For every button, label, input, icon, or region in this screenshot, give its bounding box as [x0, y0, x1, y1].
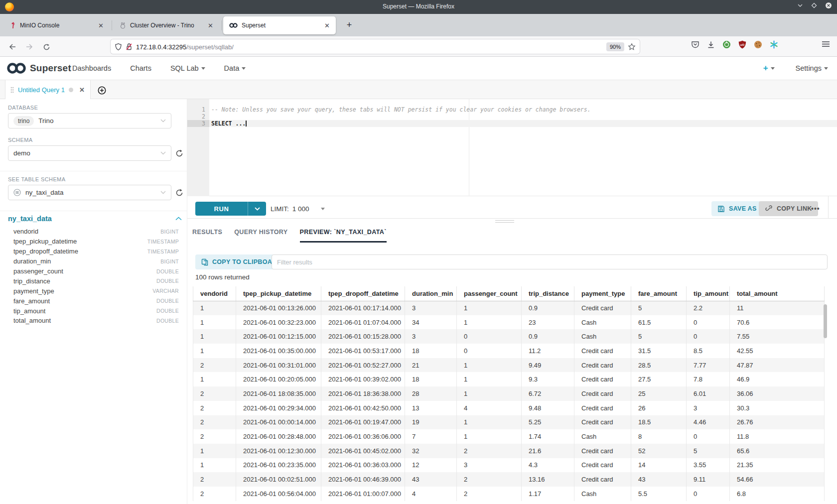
- column-name: trip_distance: [13, 277, 50, 285]
- table-cell: 28: [405, 386, 457, 401]
- table-scrollbar-thumb[interactable]: [824, 304, 827, 338]
- table-cell: 30.3: [730, 401, 825, 415]
- refresh-schema-icon[interactable]: [175, 149, 184, 158]
- drag-handle-icon[interactable]: [10, 87, 14, 93]
- tab-separator: [221, 20, 222, 30]
- query-tab-close-icon[interactable]: ✕: [79, 86, 85, 94]
- table-cell: 2021-06-01 00:00:14.000: [236, 415, 321, 430]
- browser-tab-trino[interactable]: Cluster Overview - Trino ✕: [114, 16, 219, 34]
- column-type: TIMESTAMP: [147, 239, 179, 245]
- nav-item-dashboards[interactable]: Dashboards: [72, 64, 111, 72]
- table-row: 22021-06-01 18:08:35.0002021-06-01 18:36…: [193, 386, 825, 401]
- table-cell: 28.5: [631, 358, 687, 373]
- run-options-chevron[interactable]: [248, 207, 266, 211]
- nav-item-data[interactable]: Data: [224, 64, 246, 72]
- column-header[interactable]: trip_distance: [522, 286, 574, 301]
- browser-tab-minio[interactable]: MinIO Console ✕: [4, 16, 110, 34]
- save-as-button[interactable]: SAVE AS: [711, 201, 763, 216]
- cookie-icon[interactable]: [754, 40, 762, 49]
- sql-editor[interactable]: 1 2 3 -- Note: Unless you save your quer…: [187, 99, 837, 196]
- tab-close-icon[interactable]: ✕: [97, 22, 105, 29]
- table-cell: 2021-06-01 18:36:38.000: [321, 386, 405, 401]
- table-cell: 2021-06-01 00:15:28.000: [321, 329, 405, 344]
- settings-menu[interactable]: Settings: [796, 64, 828, 72]
- schema-select[interactable]: demo: [8, 145, 171, 161]
- table-select[interactable]: ny_taxi_data: [8, 185, 171, 200]
- schema-column-row: passenger_countDOUBLE: [0, 266, 187, 276]
- line-number: 3: [187, 120, 205, 127]
- back-button[interactable]: [6, 40, 19, 53]
- table-cell: 2021-06-01 00:02:51.000: [236, 472, 321, 487]
- chevron-up-icon[interactable]: [175, 217, 182, 221]
- column-header[interactable]: tip_amount: [687, 286, 730, 301]
- table-icon: [13, 189, 21, 196]
- tab-close-icon[interactable]: ✕: [323, 22, 331, 29]
- table-cell: 13: [405, 401, 457, 415]
- refresh-table-icon[interactable]: [175, 188, 184, 197]
- table-cell: 9.11: [687, 472, 730, 487]
- table-cell: 2021-06-01 00:45:02.000: [321, 444, 405, 458]
- table-cell: Credit card: [574, 401, 631, 415]
- shield-icon[interactable]: [115, 43, 122, 51]
- column-header[interactable]: total_amount: [730, 286, 825, 301]
- menu-hamburger-icon[interactable]: [822, 40, 830, 48]
- pane-drag-handle[interactable]: [495, 220, 514, 224]
- run-query-button[interactable]: RUN: [195, 202, 266, 216]
- column-header[interactable]: tpep_pickup_datetime: [236, 286, 321, 301]
- table-cell: 2021-06-01 00:12:30.000: [236, 444, 321, 458]
- window-maximize-icon[interactable]: [811, 2, 817, 8]
- extension-asterisk-icon[interactable]: [770, 40, 778, 49]
- new-item-button[interactable]: +: [763, 63, 775, 73]
- table-cell: 43: [631, 472, 687, 487]
- table-cell: 18: [405, 344, 457, 358]
- database-select[interactable]: trino Trino: [8, 113, 171, 128]
- table-columns-list: vendoridBIGINTtpep_pickup_datetimeTIMEST…: [0, 227, 187, 326]
- rows-returned-label: 100 rows returned: [195, 273, 250, 281]
- filter-results-input[interactable]: [272, 254, 828, 269]
- tab-query-history[interactable]: QUERY HISTORY: [234, 229, 287, 243]
- browser-tab-superset[interactable]: Superset ✕: [223, 16, 336, 34]
- tab-close-icon[interactable]: ✕: [207, 22, 214, 29]
- bookmark-star-icon[interactable]: [628, 43, 636, 51]
- window-close-icon[interactable]: [825, 2, 832, 9]
- column-type: DOUBLE: [156, 298, 179, 304]
- table-cell: Credit card: [574, 458, 631, 473]
- nav-item-charts[interactable]: Charts: [130, 64, 151, 72]
- tab-preview-ny-taxi-data[interactable]: PREVIEW: `NY_TAXI_DATA`: [300, 229, 387, 243]
- pocket-icon[interactable]: [691, 40, 699, 49]
- svg-text:uO: uO: [740, 43, 745, 46]
- tab-results[interactable]: RESULTS: [192, 229, 222, 243]
- table-header-row: vendoridtpep_pickup_datetimetpep_dropoff…: [193, 286, 825, 301]
- table-value: ny_taxi_data: [25, 189, 64, 196]
- ublock-icon[interactable]: uO: [738, 40, 746, 49]
- limit-dropdown[interactable]: LIMIT: 1 000: [271, 202, 325, 216]
- forward-button[interactable]: [23, 40, 36, 53]
- table-cell: 32: [405, 444, 457, 458]
- table-cell: 1.74: [522, 429, 574, 444]
- zoom-level-badge[interactable]: 90%: [606, 42, 624, 51]
- column-header[interactable]: passenger_count: [457, 286, 522, 301]
- table-cell: 0: [687, 487, 730, 501]
- column-header[interactable]: tpep_dropoff_datetime: [321, 286, 405, 301]
- reload-button[interactable]: [40, 40, 53, 53]
- new-tab-button[interactable]: +: [343, 19, 356, 31]
- extension-green-icon[interactable]: [722, 40, 731, 49]
- download-icon[interactable]: [707, 41, 715, 49]
- table-cell: 27.5: [631, 372, 687, 386]
- database-value: Trino: [38, 117, 53, 125]
- nav-item-sql-lab[interactable]: SQL Lab: [170, 64, 205, 72]
- column-header[interactable]: vendorid: [193, 286, 236, 301]
- column-header[interactable]: fare_amount: [631, 286, 687, 301]
- window-minimize-icon[interactable]: [797, 2, 803, 8]
- browser-tab-title: Superset: [242, 22, 319, 29]
- query-tab-active[interactable]: Untitled Query 1 ✕: [5, 80, 91, 99]
- insecure-lock-icon[interactable]: [126, 43, 133, 51]
- column-header[interactable]: duration_min: [405, 286, 457, 301]
- superset-brand[interactable]: Superset: [6, 61, 71, 76]
- add-query-tab-button[interactable]: [95, 84, 109, 96]
- column-header[interactable]: payment_type: [574, 286, 631, 301]
- table-cell: 2: [193, 487, 236, 501]
- more-actions-button[interactable]: •••: [808, 201, 823, 216]
- url-bar[interactable]: 172.18.0.4:32295/superset/sqllab/ 90%: [111, 39, 640, 54]
- column-name: vendorid: [13, 228, 38, 235]
